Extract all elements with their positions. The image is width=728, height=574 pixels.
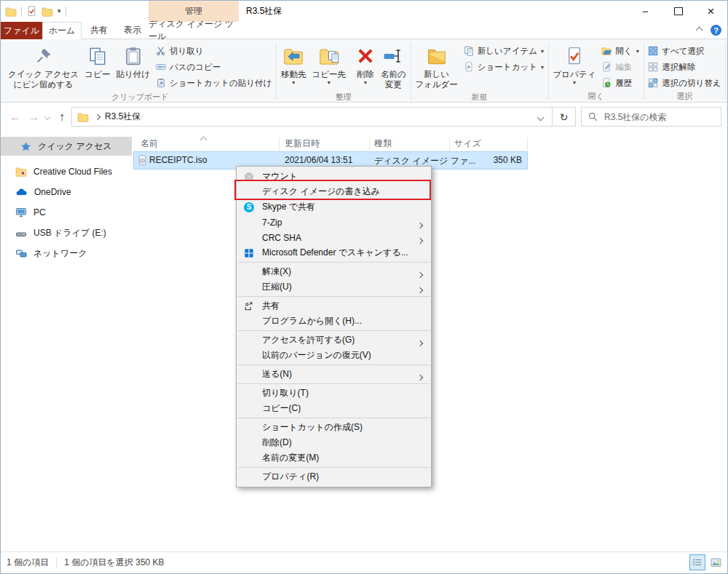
qat-properties-icon[interactable] <box>26 6 37 17</box>
sidebar-item-network[interactable]: ネットワーク <box>1 243 132 263</box>
title-bar: ▾ 管理 R3.5社保 − × <box>1 1 727 22</box>
context-menu: マウント ディスク イメージの書き込み S Skype で共有 7-Zip CR… <box>236 166 432 487</box>
menu-item-send-to[interactable]: 送る(N) <box>237 367 431 382</box>
cut-button[interactable]: 切り取り <box>156 44 272 58</box>
menu-item-7zip[interactable]: 7-Zip <box>237 215 431 230</box>
menu-item-open-with[interactable]: プログラムから開く(H)... <box>237 314 431 329</box>
menu-separator <box>237 364 430 365</box>
file-size: 350 KB <box>456 155 522 165</box>
menu-item-defender-scan[interactable]: Microsoft Defender でスキャンする... <box>237 245 431 260</box>
close-button[interactable]: × <box>695 1 727 22</box>
thumbnail-view-button[interactable] <box>708 554 724 570</box>
breadcrumb-chevron-icon[interactable] <box>95 113 100 119</box>
open-button[interactable]: 開く ▾ <box>601 44 638 58</box>
search-box[interactable] <box>581 107 721 127</box>
menu-item-create-shortcut[interactable]: ショートカットの作成(S) <box>237 420 431 435</box>
refresh-icon[interactable]: ↻ <box>553 111 575 123</box>
invert-selection-button[interactable]: 選択の切り替え <box>648 76 721 90</box>
submenu-arrow-icon <box>418 220 422 230</box>
disc-image-file-icon <box>137 155 148 166</box>
rename-icon <box>383 43 403 69</box>
qat-customize-dropdown-icon[interactable]: ▾ <box>58 8 61 15</box>
shortcut-icon <box>464 62 474 72</box>
pin-to-quick-access-button[interactable]: クイック アクセス にピン留めする <box>5 41 82 92</box>
menu-item-rename[interactable]: 名前の変更(M) <box>237 450 431 466</box>
history-button[interactable]: 履歴 <box>601 76 638 90</box>
sidebar-item-usb-drive[interactable]: USB ドライブ (E:) <box>1 223 132 243</box>
menu-item-compress[interactable]: 圧縮(U) <box>237 279 431 295</box>
paste-button[interactable]: 貼り付け <box>113 41 153 81</box>
forward-button[interactable]: → <box>25 108 43 126</box>
menu-item-crc-sha[interactable]: CRC SHA <box>237 230 431 245</box>
menu-item-share-skype[interactable]: S Skype で共有 <box>237 199 431 215</box>
submenu-arrow-icon <box>418 269 422 279</box>
window-controls: − × <box>629 1 727 22</box>
column-header-size[interactable]: サイズ <box>454 137 481 150</box>
column-header-type[interactable]: 種類 <box>374 137 392 150</box>
menu-item-cut[interactable]: 切り取り(T) <box>237 386 431 401</box>
tab-view[interactable]: 表示 <box>116 22 149 39</box>
onedrive-cloud-icon <box>15 186 28 199</box>
submenu-arrow-icon <box>418 235 422 245</box>
ribbon-separator <box>548 42 549 100</box>
menu-item-properties[interactable]: プロパティ(R) <box>237 469 431 485</box>
rename-button[interactable]: 名前の 変更 <box>378 41 409 92</box>
defender-icon <box>243 247 255 259</box>
history-icon <box>601 78 612 88</box>
scissors-icon <box>156 46 166 56</box>
tab-share[interactable]: 共有 <box>82 22 116 39</box>
sidebar-item-quick-access[interactable]: クイック アクセス <box>1 137 132 156</box>
column-divider[interactable] <box>449 137 450 151</box>
details-view-button[interactable] <box>689 554 705 570</box>
copy-button[interactable]: コピー <box>82 41 113 81</box>
up-button[interactable]: ↑ <box>53 108 71 126</box>
menu-item-share[interactable]: 共有 <box>237 298 431 314</box>
new-shortcut-button[interactable]: ショートカット ▾ <box>464 60 544 74</box>
copy-path-icon: W <box>156 62 166 72</box>
column-divider[interactable] <box>369 137 370 151</box>
qat-new-folder-icon[interactable] <box>41 6 53 17</box>
column-header-modified[interactable]: 更新日時 <box>285 137 320 150</box>
sidebar-item-pc[interactable]: PC <box>1 202 132 223</box>
edit-button[interactable]: 編集 <box>601 60 638 74</box>
breadcrumb[interactable]: R3.5社保 <box>105 111 141 123</box>
window-folder-icon <box>5 6 17 17</box>
menu-separator <box>237 418 430 418</box>
new-folder-button[interactable]: 新しい フォルダー <box>412 41 461 92</box>
menu-item-copy[interactable]: コピー(C) <box>237 401 431 416</box>
search-input[interactable] <box>603 111 715 123</box>
tab-file[interactable]: ファイル <box>1 22 42 39</box>
column-header-name[interactable]: 名前 <box>141 137 158 150</box>
menu-item-restore-previous-versions[interactable]: 以前のバージョンの復元(V) <box>237 348 431 363</box>
maximize-button[interactable] <box>662 1 695 22</box>
sidebar-item-onedrive[interactable]: OneDrive <box>1 182 132 202</box>
delete-button[interactable]: 削除 ▾ <box>353 41 378 87</box>
column-divider[interactable] <box>527 137 528 151</box>
copy-to-button[interactable]: コピー先 ▾ <box>309 41 349 87</box>
menu-item-give-access[interactable]: アクセスを許可する(G) <box>237 332 431 348</box>
move-to-button[interactable]: 移動先 ▾ <box>278 41 309 87</box>
back-button[interactable]: ← <box>7 108 24 126</box>
column-divider[interactable] <box>279 137 280 151</box>
menu-item-extract[interactable]: 解凍(X) <box>237 264 431 279</box>
help-icon[interactable]: ? <box>711 25 721 36</box>
delete-icon <box>356 43 375 69</box>
minimize-button[interactable]: − <box>629 1 662 22</box>
select-none-button[interactable]: 選択解除 <box>648 60 721 74</box>
tab-disc-image-tools[interactable]: ディスク イメージ ツール <box>149 22 239 39</box>
collapse-ribbon-icon[interactable] <box>696 27 703 34</box>
address-bar[interactable]: R3.5社保 ↻ <box>71 107 576 127</box>
copy-path-button[interactable]: W パスのコピー <box>156 60 272 74</box>
select-all-button[interactable]: すべて選択 <box>648 44 721 58</box>
history-dropdown-icon[interactable] <box>41 108 53 126</box>
paste-shortcut-button[interactable]: ショートカットの貼り付け <box>156 76 272 90</box>
sidebar-item-creative-cloud-files[interactable]: Creative Cloud Files <box>1 162 132 182</box>
tab-home[interactable]: ホーム <box>42 22 82 39</box>
address-dropdown-icon[interactable] <box>529 112 552 122</box>
navigation-row: ← → ↑ R3.5社保 ↻ <box>1 103 727 131</box>
network-icon <box>15 247 27 259</box>
ribbon-group-open: プロパティ ▾ 開く ▾ 編集 履歴 <box>550 40 641 102</box>
menu-item-delete[interactable]: 削除(D) <box>237 435 431 450</box>
properties-button[interactable]: プロパティ ▾ <box>550 41 598 87</box>
new-item-button[interactable]: 新しいアイテム ▾ <box>464 44 544 58</box>
